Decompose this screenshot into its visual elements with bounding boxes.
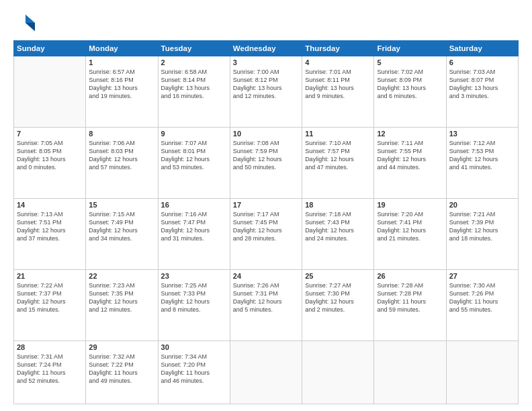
day-number: 14	[17, 201, 83, 209]
calendar-cell	[302, 340, 374, 404]
day-content: Sunrise: 6:58 AM Sunset: 8:14 PM Dayligh…	[161, 68, 227, 101]
day-number: 25	[305, 272, 371, 280]
day-number: 7	[17, 130, 83, 138]
svg-rect-2	[13, 15, 26, 32]
calendar-cell: 4Sunrise: 7:01 AM Sunset: 8:11 PM Daylig…	[302, 56, 374, 128]
day-content: Sunrise: 7:15 AM Sunset: 7:49 PM Dayligh…	[89, 210, 154, 243]
day-number: 13	[449, 130, 515, 138]
calendar-cell: 21Sunrise: 7:22 AM Sunset: 7:37 PM Dayli…	[14, 269, 86, 340]
day-content: Sunrise: 7:25 AM Sunset: 7:33 PM Dayligh…	[161, 281, 227, 314]
logo	[13, 12, 38, 34]
calendar-cell: 24Sunrise: 7:26 AM Sunset: 7:31 PM Dayli…	[230, 269, 302, 340]
day-content: Sunrise: 7:32 AM Sunset: 7:22 PM Dayligh…	[89, 353, 154, 385]
calendar-week-3: 14Sunrise: 7:13 AM Sunset: 7:51 PM Dayli…	[14, 198, 519, 269]
calendar-cell: 15Sunrise: 7:15 AM Sunset: 7:49 PM Dayli…	[86, 198, 158, 269]
day-content: Sunrise: 7:17 AM Sunset: 7:45 PM Dayligh…	[233, 210, 299, 243]
weekday-header-wednesday: Wednesday	[230, 41, 302, 56]
day-number: 9	[161, 130, 227, 138]
calendar-cell: 30Sunrise: 7:34 AM Sunset: 7:20 PM Dayli…	[158, 340, 230, 404]
calendar-cell	[446, 340, 518, 404]
day-number: 12	[377, 130, 443, 138]
day-number: 26	[377, 272, 443, 280]
day-number: 27	[449, 272, 515, 280]
calendar-cell: 9Sunrise: 7:07 AM Sunset: 8:01 PM Daylig…	[158, 127, 230, 198]
calendar-week-2: 7Sunrise: 7:05 AM Sunset: 8:05 PM Daylig…	[14, 127, 519, 198]
day-number: 30	[161, 343, 227, 351]
day-number: 5	[377, 58, 443, 66]
day-content: Sunrise: 7:27 AM Sunset: 7:30 PM Dayligh…	[305, 281, 371, 314]
calendar-cell: 5Sunrise: 7:02 AM Sunset: 8:09 PM Daylig…	[374, 56, 446, 128]
calendar-cell: 11Sunrise: 7:10 AM Sunset: 7:57 PM Dayli…	[302, 127, 374, 198]
calendar-cell: 8Sunrise: 7:06 AM Sunset: 8:03 PM Daylig…	[86, 127, 158, 198]
day-content: Sunrise: 7:13 AM Sunset: 7:51 PM Dayligh…	[17, 210, 83, 243]
calendar-cell: 12Sunrise: 7:11 AM Sunset: 7:55 PM Dayli…	[374, 127, 446, 198]
calendar-cell: 18Sunrise: 7:18 AM Sunset: 7:43 PM Dayli…	[302, 198, 374, 269]
day-number: 16	[161, 201, 227, 209]
day-content: Sunrise: 7:00 AM Sunset: 8:12 PM Dayligh…	[233, 68, 299, 101]
calendar-table: SundayMondayTuesdayWednesdayThursdayFrid…	[13, 40, 519, 404]
calendar-cell: 2Sunrise: 6:58 AM Sunset: 8:14 PM Daylig…	[158, 56, 230, 128]
calendar-cell: 13Sunrise: 7:12 AM Sunset: 7:53 PM Dayli…	[446, 127, 518, 198]
day-content: Sunrise: 7:01 AM Sunset: 8:11 PM Dayligh…	[305, 68, 371, 101]
day-content: Sunrise: 7:31 AM Sunset: 7:24 PM Dayligh…	[17, 353, 83, 385]
calendar-cell: 22Sunrise: 7:23 AM Sunset: 7:35 PM Dayli…	[86, 269, 158, 340]
day-number: 15	[89, 201, 154, 209]
weekday-header-monday: Monday	[86, 41, 158, 56]
weekday-header-sunday: Sunday	[14, 41, 86, 56]
day-number: 20	[449, 201, 515, 209]
day-number: 6	[449, 58, 515, 66]
calendar-cell: 17Sunrise: 7:17 AM Sunset: 7:45 PM Dayli…	[230, 198, 302, 269]
day-number: 17	[233, 201, 299, 209]
day-number: 29	[89, 343, 154, 351]
calendar-cell: 25Sunrise: 7:27 AM Sunset: 7:30 PM Dayli…	[302, 269, 374, 340]
calendar-cell: 7Sunrise: 7:05 AM Sunset: 8:05 PM Daylig…	[14, 127, 86, 198]
day-content: Sunrise: 7:16 AM Sunset: 7:47 PM Dayligh…	[161, 210, 227, 243]
day-content: Sunrise: 7:26 AM Sunset: 7:31 PM Dayligh…	[233, 281, 299, 314]
calendar-cell: 16Sunrise: 7:16 AM Sunset: 7:47 PM Dayli…	[158, 198, 230, 269]
calendar-cell: 1Sunrise: 6:57 AM Sunset: 8:16 PM Daylig…	[86, 56, 158, 128]
calendar-cell: 19Sunrise: 7:20 AM Sunset: 7:41 PM Dayli…	[374, 198, 446, 269]
day-content: Sunrise: 7:11 AM Sunset: 7:55 PM Dayligh…	[377, 139, 443, 172]
day-number: 11	[305, 130, 371, 138]
day-number: 2	[161, 58, 227, 66]
page: SundayMondayTuesdayWednesdayThursdayFrid…	[0, 0, 532, 411]
logo-icon	[13, 12, 35, 34]
calendar-week-4: 21Sunrise: 7:22 AM Sunset: 7:37 PM Dayli…	[14, 269, 519, 340]
calendar-cell: 14Sunrise: 7:13 AM Sunset: 7:51 PM Dayli…	[14, 198, 86, 269]
day-number: 3	[233, 58, 299, 66]
day-content: Sunrise: 6:57 AM Sunset: 8:16 PM Dayligh…	[89, 68, 154, 101]
day-content: Sunrise: 7:06 AM Sunset: 8:03 PM Dayligh…	[89, 139, 154, 172]
day-number: 1	[89, 58, 154, 66]
calendar-cell: 26Sunrise: 7:28 AM Sunset: 7:28 PM Dayli…	[374, 269, 446, 340]
calendar-cell	[374, 340, 446, 404]
day-content: Sunrise: 7:05 AM Sunset: 8:05 PM Dayligh…	[17, 139, 83, 172]
calendar-cell: 10Sunrise: 7:08 AM Sunset: 7:59 PM Dayli…	[230, 127, 302, 198]
day-content: Sunrise: 7:20 AM Sunset: 7:41 PM Dayligh…	[377, 210, 443, 243]
calendar-cell	[230, 340, 302, 404]
day-number: 24	[233, 272, 299, 280]
day-content: Sunrise: 7:12 AM Sunset: 7:53 PM Dayligh…	[449, 139, 515, 172]
day-number: 28	[17, 343, 83, 351]
calendar-cell: 27Sunrise: 7:30 AM Sunset: 7:26 PM Dayli…	[446, 269, 518, 340]
day-content: Sunrise: 7:23 AM Sunset: 7:35 PM Dayligh…	[89, 281, 154, 314]
day-content: Sunrise: 7:02 AM Sunset: 8:09 PM Dayligh…	[377, 68, 443, 101]
weekday-header-tuesday: Tuesday	[158, 41, 230, 56]
calendar-cell: 28Sunrise: 7:31 AM Sunset: 7:24 PM Dayli…	[14, 340, 86, 404]
day-number: 8	[89, 130, 154, 138]
day-content: Sunrise: 7:07 AM Sunset: 8:01 PM Dayligh…	[161, 139, 227, 172]
calendar-cell: 23Sunrise: 7:25 AM Sunset: 7:33 PM Dayli…	[158, 269, 230, 340]
day-content: Sunrise: 7:21 AM Sunset: 7:39 PM Dayligh…	[449, 210, 515, 243]
calendar-week-1: 1Sunrise: 6:57 AM Sunset: 8:16 PM Daylig…	[14, 56, 519, 128]
svg-marker-1	[26, 23, 35, 31]
day-number: 19	[377, 201, 443, 209]
day-number: 10	[233, 130, 299, 138]
calendar-week-5: 28Sunrise: 7:31 AM Sunset: 7:24 PM Dayli…	[14, 340, 519, 404]
day-number: 18	[305, 201, 371, 209]
day-content: Sunrise: 7:28 AM Sunset: 7:28 PM Dayligh…	[377, 281, 443, 314]
header	[13, 12, 519, 34]
calendar-cell	[14, 56, 86, 128]
day-content: Sunrise: 7:03 AM Sunset: 8:07 PM Dayligh…	[449, 68, 515, 101]
calendar-cell: 6Sunrise: 7:03 AM Sunset: 8:07 PM Daylig…	[446, 56, 518, 128]
day-content: Sunrise: 7:08 AM Sunset: 7:59 PM Dayligh…	[233, 139, 299, 172]
calendar-cell: 3Sunrise: 7:00 AM Sunset: 8:12 PM Daylig…	[230, 56, 302, 128]
